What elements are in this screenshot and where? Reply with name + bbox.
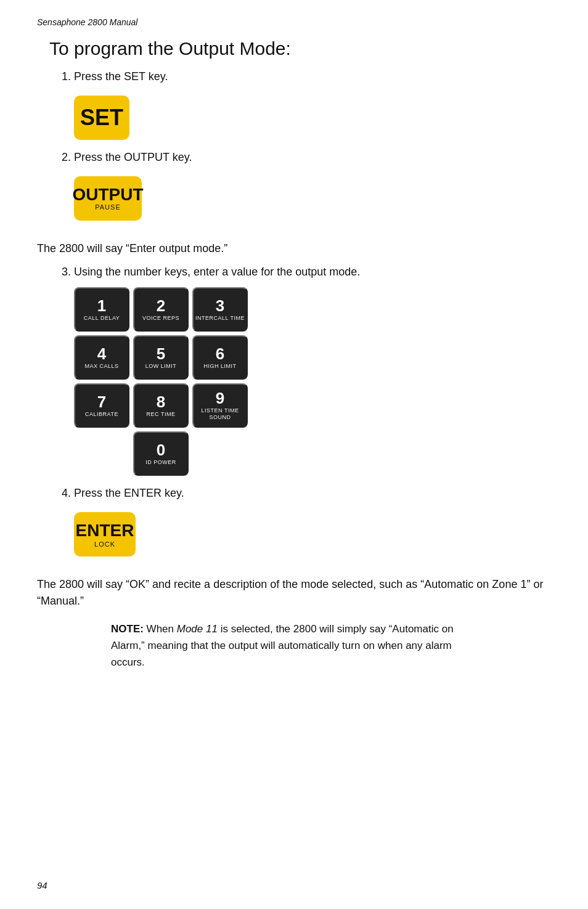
step2-label: 2. Press the OUTPUT key. xyxy=(62,151,551,164)
num-key-main-9: 9 xyxy=(216,390,224,406)
num-key-sub-5: LOW LIMIT xyxy=(145,363,177,370)
num-key-sub-6: HIGH LIMIT xyxy=(203,363,236,370)
num-key-sub-0: ID POWER xyxy=(145,459,176,466)
num-key-main-8: 8 xyxy=(157,394,165,410)
note-block: NOTE: When Mode 11 is selected, the 2800… xyxy=(111,621,456,671)
page-number: 94 xyxy=(37,880,47,891)
enter-key[interactable]: ENTER LOCK xyxy=(74,512,136,556)
num-key-main-5: 5 xyxy=(157,346,165,362)
phrase2: The 2800 will say “OK” and recite a desc… xyxy=(37,576,551,609)
num-key-main-4: 4 xyxy=(97,346,106,362)
section-heading: To program the Output Mode: xyxy=(49,38,551,59)
num-key-1[interactable]: 1CALL DELAY xyxy=(74,287,129,332)
output-key[interactable]: OUTPUT PAUSE xyxy=(74,176,142,221)
step3-label: 3. Using the number keys, enter a value … xyxy=(62,266,551,279)
num-key-main-3: 3 xyxy=(216,298,224,314)
num-key-3[interactable]: 3INTERCALL TIME xyxy=(192,287,248,332)
step1-label: 1. Press the SET key. xyxy=(62,70,551,83)
step4-label: 4. Press the ENTER key. xyxy=(62,487,551,500)
num-key-main-0: 0 xyxy=(157,442,165,458)
numpad-spacer-right xyxy=(192,431,248,476)
output-key-sub: PAUSE xyxy=(95,203,120,211)
num-key-sub-4: MAX CALLS xyxy=(84,363,118,370)
num-key-9[interactable]: 9LISTEN TIME SOUND xyxy=(192,383,248,428)
output-key-main: OUTPUT xyxy=(72,186,143,203)
num-key-main-1: 1 xyxy=(97,298,106,314)
num-key-sub-9: LISTEN TIME SOUND xyxy=(194,407,247,421)
manual-title: Sensaphone 2800 Manual xyxy=(37,17,551,27)
num-key-7[interactable]: 7CALIBRATE xyxy=(74,383,129,428)
num-key-main-2: 2 xyxy=(157,298,165,314)
num-key-8[interactable]: 8REC TIME xyxy=(133,383,189,428)
num-key-6[interactable]: 6HIGH LIMIT xyxy=(192,335,248,380)
set-key[interactable]: SET xyxy=(74,96,129,140)
enter-key-main: ENTER xyxy=(76,521,134,540)
num-key-main-6: 6 xyxy=(216,346,224,362)
num-key-5[interactable]: 5LOW LIMIT xyxy=(133,335,189,380)
num-key-sub-8: REC TIME xyxy=(147,411,176,418)
num-key-sub-3: INTERCALL TIME xyxy=(195,315,245,322)
num-key-sub-2: VOICE REPS xyxy=(142,315,179,322)
num-key-sub-7: CALIBRATE xyxy=(85,411,118,418)
num-key-0[interactable]: 0ID POWER xyxy=(133,431,189,476)
note-label: NOTE: xyxy=(111,623,144,635)
num-key-main-7: 7 xyxy=(97,394,106,410)
numpad-spacer-left xyxy=(74,431,129,476)
phrase1: The 2800 will say “Enter output mode.” xyxy=(37,240,551,257)
numpad-grid: 1CALL DELAY2VOICE REPS3INTERCALL TIME4MA… xyxy=(74,287,551,476)
note-mode: Mode 11 xyxy=(177,623,218,635)
note-text-start: When xyxy=(144,623,177,635)
num-key-sub-1: CALL DELAY xyxy=(84,315,120,322)
num-key-4[interactable]: 4MAX CALLS xyxy=(74,335,129,380)
enter-key-sub: LOCK xyxy=(94,540,115,548)
num-key-2[interactable]: 2VOICE REPS xyxy=(133,287,189,332)
